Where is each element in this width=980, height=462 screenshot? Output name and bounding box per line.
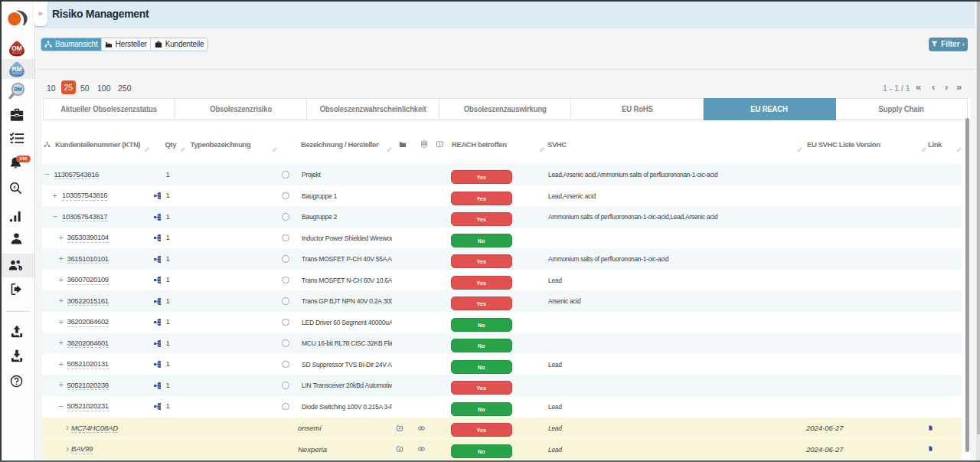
svg-text:OM: OM (11, 44, 22, 52)
svg-text:MODULE: MODULE (12, 51, 21, 54)
svg-text:MODULE: MODULE (12, 72, 21, 75)
svg-text:RM: RM (14, 87, 21, 92)
svg-text:RM: RM (11, 65, 21, 73)
